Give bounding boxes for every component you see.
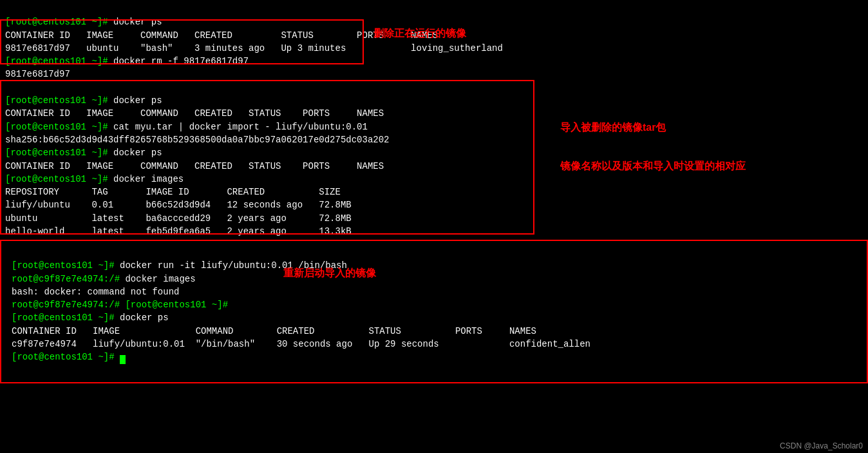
annotation-restart: 重新启动导入的镜像	[283, 267, 376, 280]
terminal-cursor	[120, 355, 126, 364]
line-9: sha256:b66c52d3d9d43dff8265768b529368500…	[5, 135, 390, 145]
line-12: [root@centos101 ~]# docker images	[5, 174, 184, 184]
line-11: CONTAINER ID IMAGE COMMAND CREATED STATU…	[5, 161, 384, 171]
annotation-image-name: 镜像名称以及版本和导入时设置的相对应	[560, 160, 746, 173]
bottom-line-5: [root@centos101 ~]# docker ps	[12, 313, 169, 323]
terminal-bottom: [root@centos101 ~]# docker run -it liufy…	[6, 244, 862, 380]
bottom-line-4: root@c9f87e7e4974:/# [root@centos101 ~]#	[12, 300, 233, 310]
annotation-delete: 删除正在运行的镜像	[373, 27, 466, 41]
line-15: ubuntu latest ba6acccedd29 2 years ago 7…	[5, 213, 352, 224]
line-3: 9817e6817d97 ubuntu "bash" 3 minutes ago…	[5, 43, 503, 53]
line-7: CONTAINER ID IMAGE COMMAND CREATED STATU…	[5, 108, 384, 119]
line-1: [root@centos101 ~]# docker ps	[5, 17, 162, 27]
bottom-line-6: CONTAINER ID IMAGE COMMAND CREATED STATU…	[12, 326, 536, 336]
bottom-line-3: bash: docker: command not found	[12, 287, 179, 297]
watermark: CSDN @Java_Scholar0	[780, 441, 863, 450]
line-8: [root@centos101 ~]# cat myu.tar | docker…	[5, 122, 368, 132]
line-13: REPOSITORY TAG IMAGE ID CREATED SIZE	[5, 187, 341, 197]
bottom-line-8: [root@centos101 ~]#	[12, 352, 126, 362]
line-10: [root@centos101 ~]# docker ps	[5, 148, 162, 158]
bottom-line-2: root@c9f87e7e4974:/# docker images	[12, 274, 196, 284]
annotation-import: 导入被删除的镜像tar包	[560, 121, 666, 135]
line-5: 9817e6817d97	[5, 69, 70, 79]
line-6: [root@centos101 ~]# docker ps	[5, 95, 162, 106]
line-16: hello-world latest feb5d9fea6a5 2 years …	[5, 226, 352, 236]
line-14: liufy/ubuntu 0.01 b66c52d3d9d4 12 second…	[5, 200, 352, 210]
bottom-line-7: c9f87e7e4974 liufy/ubuntu:0.01 "/bin/bas…	[12, 339, 590, 349]
line-4: [root@centos101 ~]# docker rm -f 9817e68…	[5, 56, 249, 66]
